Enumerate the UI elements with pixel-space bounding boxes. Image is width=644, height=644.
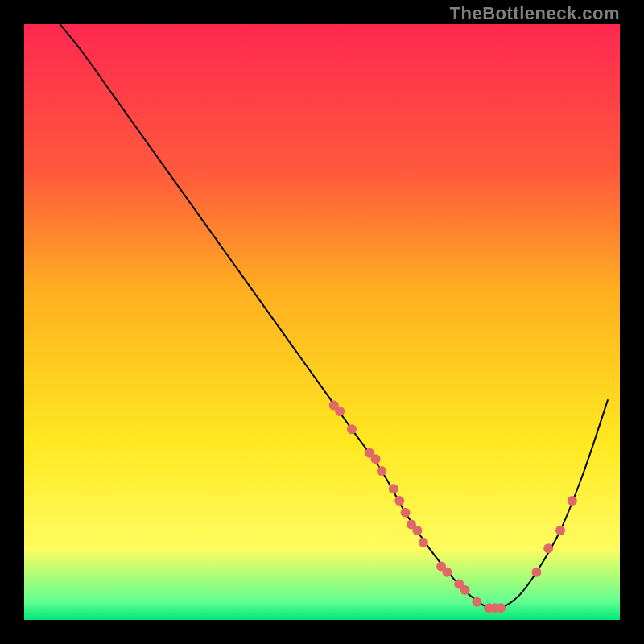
data-point <box>460 585 470 595</box>
data-point <box>394 496 404 506</box>
plot-area <box>24 24 620 620</box>
data-point <box>377 466 386 476</box>
data-point <box>347 424 357 434</box>
data-point <box>419 538 428 547</box>
gradient-background <box>24 24 620 620</box>
data-point <box>472 597 481 607</box>
chart-container: TheBottleneck.com <box>0 0 644 644</box>
data-point <box>555 526 565 535</box>
data-point <box>531 568 541 577</box>
data-point <box>568 496 577 506</box>
chart-svg <box>24 24 620 620</box>
data-point <box>371 454 381 464</box>
data-point <box>442 568 452 577</box>
watermark-text: TheBottleneck.com <box>450 3 620 24</box>
data-point <box>412 526 422 535</box>
data-point <box>496 603 506 613</box>
data-point <box>335 407 345 416</box>
data-point <box>401 508 411 518</box>
data-point <box>543 543 553 553</box>
data-point <box>389 484 398 493</box>
